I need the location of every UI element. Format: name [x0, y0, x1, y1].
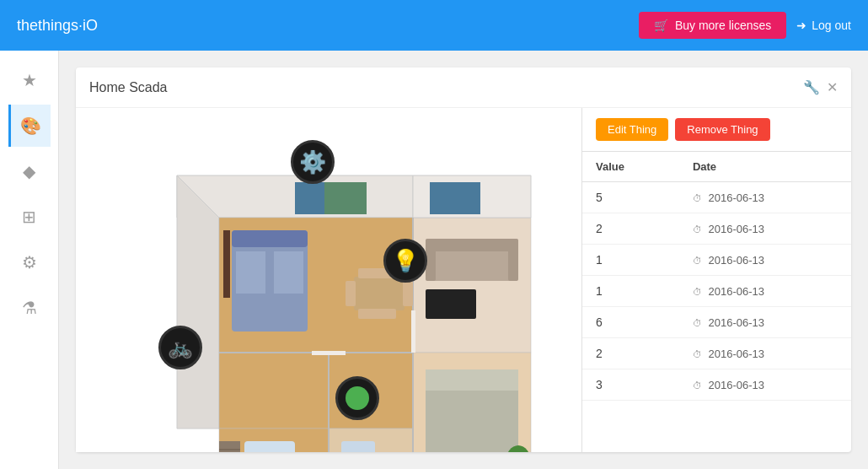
floor-plan-container: ⚙️ 💡 🚲 [76, 108, 581, 452]
svg-rect-23 [358, 309, 396, 319]
data-table: Value Date 5 ⏱ 2016-06-13 2 ⏱ 2016-06-13 [582, 152, 851, 401]
bulb-pin-icon: 💡 [392, 248, 419, 274]
sidebar-item-dashboard[interactable]: 🎨 [8, 105, 51, 147]
table-cell-date: ⏱ 2016-06-13 [679, 307, 851, 338]
clock-icon: ⏱ [693, 224, 702, 234]
logo: thethings·iO [17, 17, 98, 35]
logout-icon: ➜ [796, 19, 806, 32]
table-cell-value: 1 [582, 276, 679, 307]
svg-rect-28 [426, 289, 476, 319]
card-body: ⚙️ 💡 🚲 [76, 108, 851, 452]
svg-rect-3 [413, 218, 531, 353]
svg-rect-21 [403, 281, 413, 306]
table-cell-date: ⏱ 2016-06-13 [679, 182, 851, 213]
card-title: Home Scada [89, 80, 168, 95]
table-row: 1 ⏱ 2016-06-13 [582, 276, 851, 307]
col-date-header: Date [679, 152, 851, 182]
svg-rect-12 [232, 230, 308, 247]
table-cell-date: ⏱ 2016-06-13 [679, 338, 851, 369]
svg-rect-35 [411, 310, 415, 353]
main-card: Home Scada 🔧 ✕ [76, 67, 851, 452]
sidebar-item-lab[interactable]: ⚗ [8, 287, 51, 329]
sidebar-item-gems[interactable]: ◆ [8, 150, 51, 192]
sidebar: ★ 🎨 ◆ ⊞ ⚙ ⚗ [0, 51, 59, 469]
table-row: 2 ⏱ 2016-06-13 [582, 213, 851, 245]
data-panel-actions: Edit Thing Remove Thing [582, 108, 851, 152]
svg-rect-36 [219, 441, 240, 452]
logo-text: thethings·iO [17, 17, 98, 35]
svg-rect-30 [426, 391, 518, 452]
sidebar-item-grid[interactable]: ⊞ [8, 196, 51, 238]
header-actions: 🛒 Buy more licenses ➜ Log out [639, 12, 851, 39]
table-row: 6 ⏱ 2016-06-13 [582, 307, 851, 338]
gear-icon: ⚙ [22, 252, 37, 272]
logout-button[interactable]: ➜ Log out [796, 19, 851, 32]
svg-rect-25 [426, 239, 518, 251]
svg-rect-27 [508, 239, 518, 281]
table-cell-date: ⏱ 2016-06-13 [679, 213, 851, 245]
clock-icon: ⏱ [693, 318, 702, 328]
svg-rect-16 [324, 182, 367, 214]
svg-rect-18 [223, 230, 230, 298]
gem-icon: ◆ [23, 161, 35, 181]
svg-rect-29 [426, 369, 518, 391]
card-header: Home Scada 🔧 ✕ [76, 67, 851, 108]
table-row: 2 ⏱ 2016-06-13 [582, 338, 851, 369]
clock-icon: ⏱ [693, 193, 702, 203]
table-cell-value: 6 [582, 307, 679, 338]
app-body: ★ 🎨 ◆ ⊞ ⚙ ⚗ Home Scada 🔧 ✕ [0, 51, 868, 469]
table-row: 1 ⏱ 2016-06-13 [582, 245, 851, 276]
main-content: Home Scada 🔧 ✕ [59, 51, 868, 469]
svg-rect-33 [341, 441, 375, 452]
table-cell-value: 2 [582, 213, 679, 245]
table-cell-value: 1 [582, 245, 679, 276]
remove-thing-button[interactable]: Remove Thing [675, 118, 769, 141]
bike-pin-icon: 🚲 [168, 336, 193, 359]
svg-rect-34 [312, 351, 346, 355]
clock-icon: ⏱ [693, 349, 702, 359]
svg-rect-17 [430, 182, 480, 214]
palette-icon: 🎨 [20, 116, 41, 136]
edit-thing-button[interactable]: Edit Thing [596, 118, 668, 141]
header: thethings·iO 🛒 Buy more licenses ➜ Log o… [0, 0, 868, 51]
svg-rect-14 [274, 251, 303, 294]
lab-icon: ⚗ [22, 298, 37, 318]
sidebar-item-settings[interactable]: ⚙ [8, 241, 51, 283]
svg-rect-13 [236, 251, 265, 294]
svg-marker-1 [177, 175, 219, 429]
buy-licenses-button[interactable]: 🛒 Buy more licenses [639, 12, 786, 39]
svg-rect-19 [354, 277, 405, 310]
table-cell-date: ⏱ 2016-06-13 [679, 245, 851, 276]
close-icon[interactable]: ✕ [827, 79, 838, 95]
table-row: 3 ⏱ 2016-06-13 [582, 369, 851, 401]
bike-pin[interactable]: 🚲 [158, 326, 202, 369]
table-row: 5 ⏱ 2016-06-13 [582, 182, 851, 213]
table-cell-value: 2 [582, 338, 679, 369]
gear-pin-icon: ⚙️ [299, 149, 326, 175]
sidebar-item-favorites[interactable]: ★ [8, 59, 51, 101]
floor-plan: ⚙️ 💡 🚲 [76, 108, 581, 452]
grid-icon: ⊞ [22, 207, 36, 227]
card-header-actions: 🔧 ✕ [803, 79, 838, 95]
clock-icon: ⏱ [693, 287, 702, 297]
cart-icon: 🛒 [654, 19, 668, 32]
svg-rect-20 [346, 281, 356, 306]
gear-pin[interactable]: ⚙️ [291, 140, 335, 184]
table-cell-value: 3 [582, 369, 679, 401]
data-panel: Edit Thing Remove Thing Value Date [581, 108, 851, 452]
clock-icon: ⏱ [693, 256, 702, 266]
col-value-header: Value [582, 152, 679, 182]
wrench-icon[interactable]: 🔧 [803, 79, 820, 95]
clock-icon: ⏱ [693, 380, 702, 391]
bulb-pin[interactable]: 💡 [383, 239, 427, 283]
green-pin[interactable] [335, 376, 379, 420]
star-icon: ★ [22, 70, 37, 90]
svg-rect-32 [244, 441, 295, 452]
table-cell-date: ⏱ 2016-06-13 [679, 369, 851, 401]
green-circle-icon [346, 386, 369, 410]
table-cell-value: 5 [582, 182, 679, 213]
table-cell-date: ⏱ 2016-06-13 [679, 276, 851, 307]
